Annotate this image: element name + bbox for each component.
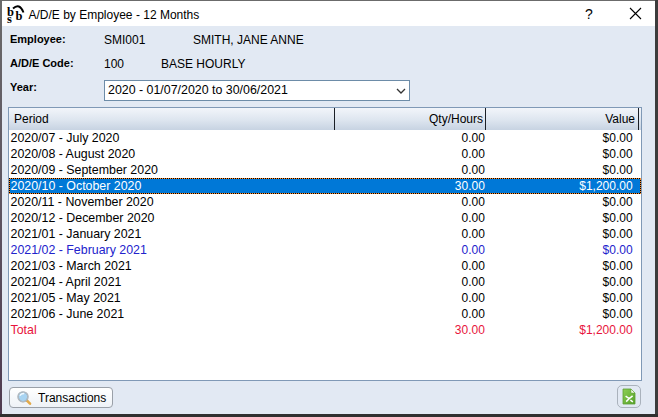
svg-text:b: b <box>16 9 23 23</box>
svg-text:s: s <box>7 12 12 25</box>
